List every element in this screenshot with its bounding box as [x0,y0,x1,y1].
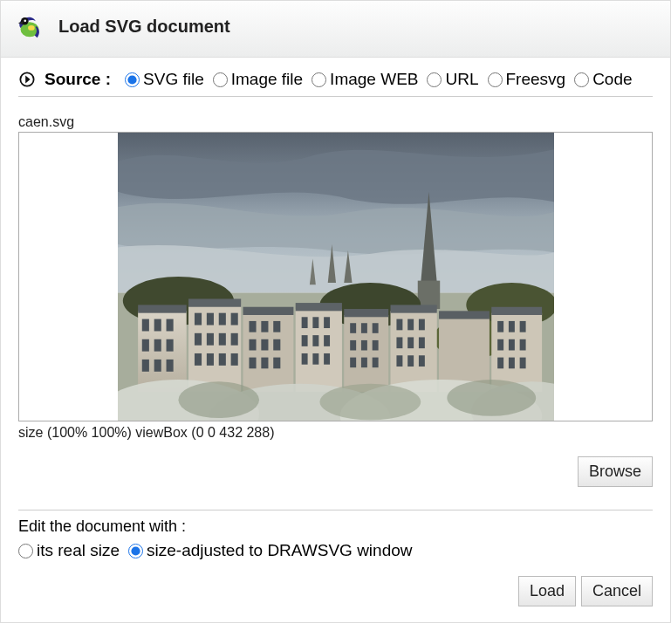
browse-button[interactable]: Browse [578,456,653,487]
svg-rect-34 [166,319,173,332]
svg-rect-69 [312,353,318,365]
source-option-freesvg[interactable]: Freesvg [488,70,566,89]
svg-rect-52 [230,353,237,366]
svg-rect-90 [508,321,514,332]
svg-rect-53 [249,321,256,332]
svg-rect-42 [206,313,213,325]
svg-rect-39 [154,360,161,372]
svg-rect-94 [519,339,525,351]
file-name-label: caen.svg [18,114,653,130]
svg-rect-35 [141,339,148,352]
dialog-actions: Load Cancel [18,576,653,606]
svg-rect-73 [372,323,378,333]
svg-rect-86 [396,355,402,367]
svg-rect-50 [206,353,213,366]
svg-rect-45 [194,333,201,346]
svg-rect-74 [350,340,356,351]
source-option-code[interactable]: Code [574,70,632,89]
edit-radio-realsize[interactable] [18,544,33,558]
source-row: Source : SVG file Image file Image WEB U… [18,70,653,97]
source-option-label: SVG file [143,70,204,89]
svg-rect-54 [261,321,268,332]
app-logo-icon [13,10,46,43]
svg-rect-27 [295,303,341,311]
svg-rect-51 [218,353,225,366]
svg-rect-47 [218,333,225,346]
svg-rect-40 [166,360,173,372]
svg-rect-62 [301,317,307,328]
svg-rect-78 [360,358,366,368]
svg-rect-44 [230,313,237,325]
source-radio-svgfile[interactable] [125,72,140,87]
source-option-label: Image file [231,70,303,89]
svg-rect-81 [407,319,414,331]
edit-option-realsize[interactable]: its real size [18,541,120,560]
svg-rect-31 [491,307,542,315]
source-option-url[interactable]: URL [427,70,478,89]
svg-preview-box [18,132,653,421]
source-option-imageweb[interactable]: Image WEB [312,70,418,89]
file-meta-label: size (100% 100%) viewBox (0 0 432 288) [18,425,653,441]
source-radio-freesvg[interactable] [488,72,503,87]
source-radio-url[interactable] [427,72,442,87]
svg-rect-72 [360,323,366,333]
svg-rect-32 [141,319,148,332]
source-option-label: Code [592,70,632,89]
dialog-titlebar: Load SVG document [1,1,670,58]
edit-section-label: Edit the document with : [18,517,653,536]
svg-rect-55 [273,321,280,332]
svg-preview-image [118,133,554,421]
svg-rect-29 [390,305,436,312]
svg-rect-43 [218,313,225,325]
svg-rect-76 [372,340,378,351]
svg-point-102 [178,381,259,418]
load-button[interactable]: Load [518,576,576,606]
source-radio-code[interactable] [574,72,589,87]
svg-rect-88 [418,355,424,367]
source-radio-imageweb[interactable] [312,72,326,87]
chevron-right-icon [18,71,36,88]
svg-rect-48 [230,333,237,346]
load-svg-dialog: Load SVG document Source : SVG file Imag… [0,0,671,623]
svg-rect-83 [396,337,402,348]
svg-rect-80 [396,319,402,331]
svg-rect-41 [194,313,201,325]
svg-rect-66 [312,335,318,346]
svg-rect-79 [372,358,378,368]
svg-rect-30 [439,311,490,319]
svg-rect-91 [519,321,525,332]
svg-rect-57 [261,339,268,351]
svg-rect-68 [301,353,307,365]
svg-rect-38 [141,360,148,372]
cancel-button[interactable]: Cancel [581,576,653,606]
source-radio-imagefile[interactable] [213,72,228,87]
source-option-svgfile[interactable]: SVG file [125,70,204,89]
svg-rect-49 [194,353,201,366]
edit-option-label: its real size [37,541,120,560]
svg-point-3 [28,25,35,31]
svg-rect-61 [273,358,280,369]
edit-option-label: size-adjusted to DRAWSVG window [147,541,412,560]
svg-rect-93 [508,339,514,351]
svg-point-104 [447,380,536,416]
svg-rect-36 [154,339,161,352]
svg-rect-64 [324,317,330,328]
source-option-label: Image WEB [330,70,418,89]
svg-rect-60 [261,358,268,369]
edit-radio-adjusted[interactable] [128,544,143,558]
edit-options-row: its real size size-adjusted to DRAWSVG w… [18,541,653,560]
svg-point-2 [24,19,26,22]
svg-rect-75 [360,340,366,351]
svg-rect-24 [138,305,187,312]
dialog-body: Source : SVG file Image file Image WEB U… [1,58,670,622]
svg-point-103 [319,384,421,421]
svg-rect-8 [417,281,439,309]
svg-rect-26 [243,307,293,315]
edit-option-adjusted[interactable]: size-adjusted to DRAWSVG window [128,541,412,560]
svg-rect-33 [154,319,161,332]
svg-rect-56 [249,339,256,351]
source-label: Source : [45,70,111,89]
source-option-imagefile[interactable]: Image file [213,70,303,89]
browse-row: Browse [18,456,653,487]
svg-rect-77 [350,358,356,368]
